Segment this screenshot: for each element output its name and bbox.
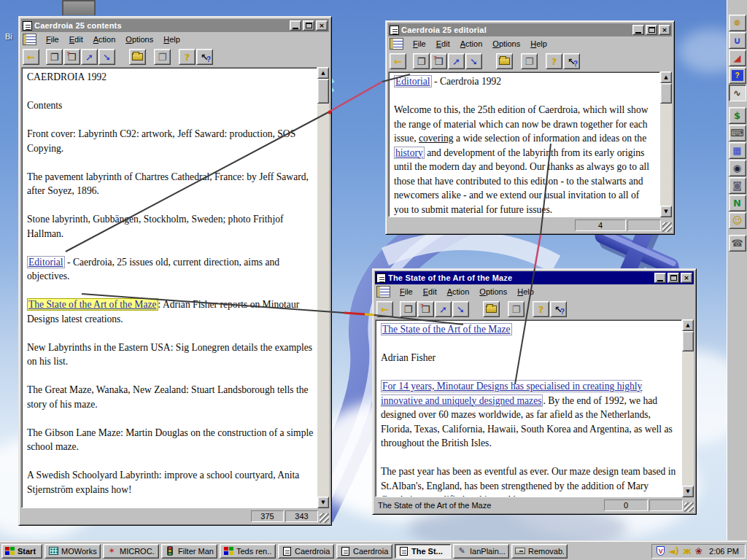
copy-pages-icon[interactable]: ❐ (46, 49, 63, 65)
app-doc-icon[interactable] (23, 21, 32, 31)
register-icon[interactable]: N (729, 195, 746, 211)
titlebar[interactable]: Caerdroia 25 contents × (21, 19, 329, 32)
maximize-button[interactable] (303, 20, 314, 31)
clamp-icon[interactable]: ∪ (729, 32, 746, 49)
task-button-ianplain-[interactable]: ✎IanPlain.... (453, 544, 509, 559)
open-folder-icon[interactable] (129, 49, 146, 65)
flower-icon[interactable]: ❀ (695, 547, 703, 556)
vertical-scrollbar[interactable]: ▲ ▼ (682, 319, 694, 497)
exit-back-icon[interactable]: ← (23, 49, 39, 65)
copy-pages-icon[interactable]: ❐ (413, 53, 430, 69)
copy-icon[interactable]: ❐ (521, 53, 538, 69)
menu-file[interactable]: File (395, 286, 418, 298)
task-button-caerdroia-[interactable]: Caerdroia... (336, 544, 392, 559)
vertical-scrollbar[interactable]: ▲ ▼ (660, 71, 672, 217)
stapler-icon[interactable]: ◢ (729, 50, 746, 66)
copy-pages-icon[interactable]: ❐ (400, 301, 417, 317)
maximize-button[interactable] (646, 25, 657, 35)
task-button-caerdroia-[interactable]: Caerdroia... (278, 544, 334, 559)
bug-icon[interactable]: ✵ (729, 15, 746, 31)
open-folder-icon[interactable] (496, 53, 513, 69)
scroll-up-icon[interactable]: ▲ (682, 319, 694, 331)
menu-file[interactable]: File (408, 38, 431, 50)
menu-options[interactable]: Options (474, 286, 512, 298)
copy-icon[interactable]: ❐ (508, 301, 525, 317)
mouse-icon[interactable]: ◙ (729, 177, 746, 194)
resize-grip[interactable] (684, 502, 694, 512)
link-out-icon[interactable]: ➚ (448, 53, 465, 69)
scroll-thumb[interactable] (682, 331, 694, 351)
menu-help[interactable]: Help (512, 286, 539, 298)
task-button-filter-man-[interactable]: Filter Man... (161, 544, 217, 559)
vertical-scrollbar[interactable]: ▲ ▼ (317, 67, 329, 508)
menu-action[interactable]: Action (455, 38, 488, 50)
volume-icon[interactable]: ◄) (668, 547, 679, 556)
menu-edit[interactable]: Edit (64, 34, 88, 45)
walking-man-icon[interactable]: ж (683, 547, 692, 556)
keyboard-icon[interactable]: ⌨ (729, 125, 746, 141)
printer-icon[interactable]: ▦ (729, 142, 746, 159)
replace-pages-icon[interactable]: ❒? (63, 49, 80, 65)
menu-edit[interactable]: Edit (418, 286, 442, 298)
replace-pages-icon[interactable]: ❒? (430, 53, 447, 69)
link-out-icon[interactable]: ➚ (435, 301, 452, 317)
scroll-thumb[interactable] (317, 79, 329, 104)
hyperlink[interactable]: The State of the Art of the Maze (27, 298, 158, 311)
desktop-icon-label-fragment[interactable]: Bi (5, 32, 12, 41)
menu-options[interactable]: Options (487, 38, 525, 50)
link-out-icon[interactable]: ➚ (81, 49, 98, 65)
menu-help[interactable]: Help (158, 34, 185, 45)
task-button-removab-[interactable]: Removab... (511, 544, 568, 559)
smiley-hand-icon[interactable]: ☺ (729, 212, 746, 229)
minimize-button[interactable] (290, 20, 301, 31)
notes-icon[interactable] (23, 34, 36, 45)
desktop-icon-fragment[interactable] (62, 0, 96, 15)
menu-action[interactable]: Action (88, 34, 121, 45)
link-in-icon[interactable]: ➘ (465, 53, 482, 69)
hyperlink[interactable]: covering (419, 133, 454, 144)
clock[interactable]: 2:06 PM (706, 547, 739, 556)
virus-shield-icon[interactable]: V (657, 546, 665, 556)
camera-icon[interactable]: ◉ (729, 160, 746, 176)
resize-grip[interactable] (320, 513, 329, 523)
context-help-icon[interactable]: ↖? (563, 53, 580, 69)
task-button-microc-[interactable]: ✶MICROC... (103, 544, 159, 559)
hyperlink[interactable]: history (394, 147, 425, 159)
scroll-down-icon[interactable]: ▼ (660, 206, 672, 217)
help-icon[interactable]: ? (179, 49, 196, 65)
replace-pages-icon[interactable]: ❒? (417, 301, 434, 317)
minimize-button[interactable] (654, 273, 666, 283)
close-button[interactable]: × (659, 25, 670, 35)
task-button-teds-ren-[interactable]: Teds ren... (220, 544, 276, 559)
help-icon[interactable]: ? (533, 301, 549, 317)
exit-back-icon[interactable]: ← (376, 301, 393, 317)
menu-file[interactable]: File (41, 34, 64, 45)
hyperlink[interactable]: Editorial (394, 75, 432, 88)
titlebar[interactable]: Caerdroia 25 editorial × (388, 23, 672, 36)
app-doc-icon[interactable] (376, 273, 386, 283)
copy-icon[interactable]: ❐ (154, 49, 171, 65)
link-in-icon[interactable]: ➘ (98, 49, 115, 65)
task-button-moworks[interactable]: MOWorks (44, 544, 101, 559)
start-button[interactable]: Start (1, 544, 42, 559)
scroll-down-icon[interactable]: ▼ (317, 497, 329, 508)
menu-help[interactable]: Help (525, 38, 552, 50)
scroll-thumb[interactable] (660, 83, 672, 104)
app-doc-icon[interactable] (390, 26, 399, 35)
resize-grip[interactable] (662, 222, 672, 232)
close-button[interactable]: × (681, 273, 692, 283)
plug-icon[interactable]: ∿ (729, 85, 746, 101)
open-folder-icon[interactable] (483, 301, 500, 317)
money-disk-icon[interactable]: $ (729, 107, 746, 124)
handset-icon[interactable]: ☎ (729, 235, 746, 252)
notes-icon[interactable] (376, 286, 390, 298)
shield-question-icon[interactable]: ? (729, 67, 746, 84)
menu-edit[interactable]: Edit (431, 38, 455, 50)
link-in-icon[interactable]: ➘ (452, 301, 469, 317)
context-help-icon[interactable]: ↖? (196, 49, 213, 65)
close-button[interactable]: × (316, 20, 328, 31)
maximize-button[interactable] (667, 273, 679, 283)
minimize-button[interactable] (632, 25, 644, 35)
menu-action[interactable]: Action (442, 286, 475, 298)
hyperlink[interactable]: Editorial (27, 256, 65, 268)
